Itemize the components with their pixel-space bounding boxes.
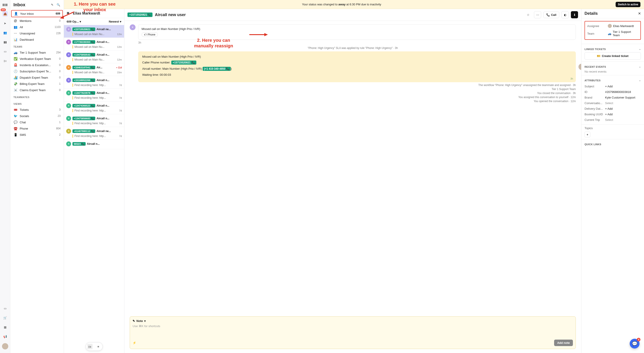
conversation-item[interactable]: + +16463187041 📞 Air... 11d Missed call …	[64, 63, 124, 76]
sidebar-item-label: Mentions	[20, 19, 57, 22]
conversation-item[interactable]: + +13475856683 📞 Aircall n... Find recor…	[64, 114, 124, 127]
sidebar-item[interactable]: 🎟️Tickets3	[10, 107, 64, 113]
phone-tag: +15108952269 📞	[72, 78, 95, 82]
send-icon[interactable]: ➤	[2, 20, 8, 26]
attribute-label: ID	[584, 90, 605, 94]
conversation-item[interactable]: + +13474366523 📞 Aircall n... Find recor…	[64, 101, 124, 114]
caller-phone-tag[interactable]: +15715520821 📞	[171, 60, 196, 64]
composer-input[interactable]: Use ⌘K for shortcuts	[132, 325, 573, 338]
attribute-value[interactable]: + Add	[605, 85, 641, 88]
chevron-down-icon[interactable]: ⌄	[639, 65, 641, 68]
create-linked-ticket-button[interactable]: 🎫Create linked ticket	[584, 52, 641, 60]
sidebar-item[interactable]: 👥All1103	[10, 24, 64, 30]
cart-icon[interactable]: 🛒	[2, 315, 8, 320]
details-panel: Details ✕ Assignee Elias Markwardt Team …	[582, 9, 644, 353]
phone-chip[interactable]: 🏷Phone	[142, 32, 158, 37]
attribute-value[interactable]: #207968800003818	[605, 90, 641, 94]
attribute-label: Delivery Dat...	[584, 107, 605, 110]
chevron-down-icon: ▾	[80, 20, 81, 23]
composer-mode[interactable]: Note	[136, 319, 143, 323]
compose-icon[interactable]: ✎	[50, 3, 54, 7]
attribute-value[interactable]: + Add	[605, 107, 641, 110]
switch-to-active-button[interactable]: Switch to active	[616, 2, 640, 7]
sidebar-item[interactable]: ☎️Phone804	[10, 125, 64, 132]
attribute-value[interactable]: Kyte Customer Support	[605, 96, 641, 99]
inbox-icon[interactable]: 📥	[2, 11, 8, 16]
close-conversation-icon[interactable]: ⬇	[571, 11, 578, 18]
call-button[interactable]: 📞Call	[544, 12, 559, 18]
book-icon[interactable]: ▮▮	[2, 39, 8, 45]
conversation-item[interactable]: + +17736330303 📞 Aircall n... Missed cal…	[64, 38, 124, 50]
bolt-icon[interactable]: ⚡	[132, 341, 136, 345]
sidebar-item[interactable]: 👤Your inbox609	[11, 10, 63, 17]
search-icon[interactable]: 🔍	[56, 3, 60, 7]
conversation-time: 7d	[119, 96, 122, 99]
conversation-item[interactable]: + +15108952269 📞 Aircall n... Find recor…	[64, 76, 124, 89]
attribute-value[interactable]: Select	[605, 101, 641, 105]
sidebar-item[interactable]: 🚙Tier 1 Support Team254	[10, 49, 64, 56]
sidebar-item[interactable]: 📱SMS2	[10, 132, 64, 138]
chat-icon[interactable]: ▭	[2, 49, 8, 54]
help-chat-fab[interactable]: 💬 4	[630, 339, 640, 349]
sidebar-item-label: Tier 1 Support Team	[20, 51, 54, 54]
conversation-item[interactable]: + +15715520821 📞 Aircall ne... Missed ca…	[64, 25, 124, 38]
sidebar-item[interactable]: 💬Chat1	[10, 119, 64, 125]
intercom-icon[interactable]: ⫿⫿⫿	[2, 2, 8, 7]
people-icon[interactable]: 👥	[2, 30, 8, 35]
aircall-phone-tag[interactable]: (+1 415-340-4850 📞	[202, 67, 231, 71]
sidebar-item[interactable]: @Mentions0	[10, 18, 64, 24]
sidebar-item[interactable]: ✅Verification Expert Team0	[10, 56, 64, 62]
conversation-item[interactable]: + +13475850543 📞 Aircall n... Missed cal…	[64, 50, 124, 63]
open-filter[interactable]: 609 Op... ▾	[67, 20, 81, 23]
conversation-item[interactable]: + +61407880112 📞 Aircall ne... Find reco…	[64, 127, 124, 140]
sidebar-item-icon: ⋯	[14, 31, 18, 35]
sidebar-item[interactable]: ☠️Claims Expert Team0	[10, 87, 64, 93]
close-icon[interactable]: ✕	[638, 11, 641, 16]
chat-bubble-icon: 💬	[632, 341, 638, 346]
sidebar-item-icon: 🐦	[14, 114, 18, 118]
snooze-icon[interactable]: ◐	[562, 11, 569, 18]
attribute-row: BrandKyte Customer Support	[584, 95, 641, 100]
add-note-button[interactable]: Add note	[554, 340, 573, 346]
megaphone-icon[interactable]: 📢	[2, 334, 8, 339]
conversation-avatar: +	[66, 116, 71, 121]
sidebar-item-label: Subscription Expert Te...	[20, 70, 57, 73]
layout-list-icon[interactable]: ≡	[96, 344, 101, 349]
apps-icon[interactable]: ▦	[2, 325, 8, 330]
sidebar-item[interactable]: 🕐Subscription Expert Te...0	[10, 68, 64, 74]
sidebar-item-count: 804	[56, 127, 60, 130]
reports-icon[interactable]: ⫿⫾	[2, 58, 8, 63]
conversation-item[interactable]: + 66523 📞 Aircall n...	[64, 140, 124, 149]
sidebar-item-label: Unassigned	[20, 32, 54, 35]
assignee-value[interactable]: Elias Markwardt	[608, 24, 638, 28]
sidebar-item-count: 2	[59, 133, 60, 136]
sidebar-item[interactable]: 🚨Incidents & Escalation...0	[10, 62, 64, 68]
sidebar-item[interactable]: 💸Billing Expert Team1	[10, 81, 64, 87]
avatar[interactable]	[2, 343, 8, 350]
more-icon[interactable]: ⋯	[534, 11, 541, 18]
sidebar-item[interactable]: 🐦Socials23	[10, 113, 64, 119]
sidebar-item-icon: 🏄	[14, 76, 18, 79]
conversation-avatar: +	[66, 78, 71, 83]
sidebar-item[interactable]: 📊Dashboard	[10, 36, 64, 43]
conversation-preview: Missed call on Main Nu...	[72, 33, 116, 36]
header-phone-tag[interactable]: +15715520821📞	[128, 12, 152, 17]
star-icon[interactable]: ☆	[524, 11, 532, 18]
team-label: Team	[587, 32, 608, 35]
sidebar-item-count: 1103	[54, 25, 60, 28]
team-value[interactable]: 🚙Tier 1 Support Team	[608, 30, 638, 37]
chevron-down-icon[interactable]: ⌄	[639, 79, 641, 82]
layout-split-icon[interactable]: ⫿⫾	[87, 344, 92, 349]
sidebar-item-count: 0	[59, 63, 60, 67]
sort-dropdown[interactable]: Newest ▾	[109, 20, 122, 23]
attribute-value[interactable]: Select	[605, 118, 641, 122]
attribute-value[interactable]: + Add	[605, 113, 641, 116]
panel-icon[interactable]: ▣	[67, 11, 71, 16]
conversation-item[interactable]: + +13477823978 📞 Aircall n... Find recor…	[64, 89, 124, 101]
sidebar-item[interactable]: 🏄Dispatch Expert Team0	[10, 74, 64, 81]
add-topic-button[interactable]: +	[584, 132, 590, 137]
messages-icon[interactable]: ▭	[2, 306, 8, 311]
chevron-down-icon[interactable]: ⌄	[639, 47, 641, 50]
sidebar-item[interactable]: ⋯Unassigned226	[10, 30, 64, 36]
details-title: Details	[584, 11, 638, 16]
